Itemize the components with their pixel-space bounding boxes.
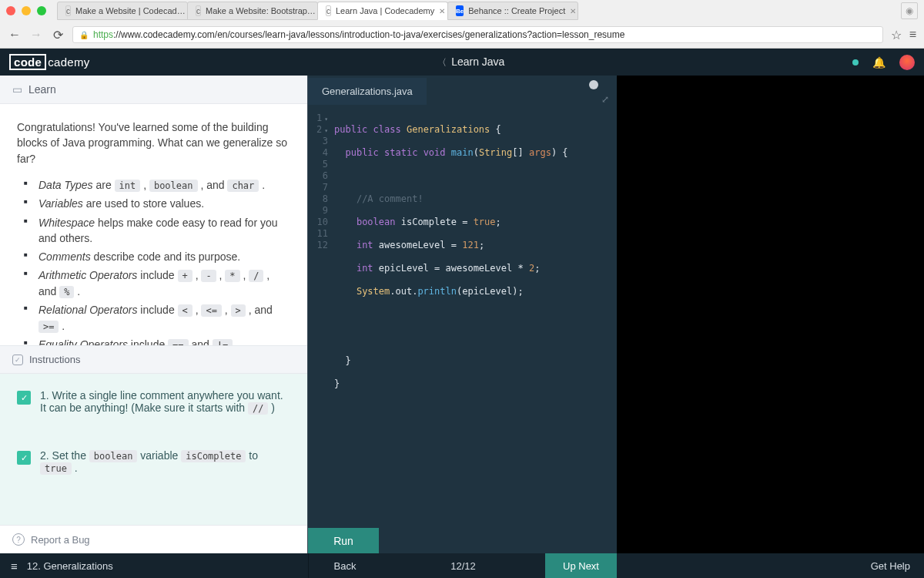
code-pill: boolean	[149, 180, 198, 192]
list-item: Relational Operators include < , <= , > …	[22, 302, 290, 334]
code-pill: boolean	[89, 450, 138, 462]
browser-chrome: c Make a Website | Codecad… ✕ c Make a W…	[0, 0, 924, 49]
file-tab[interactable]: Generalizations.java	[308, 78, 427, 105]
breadcrumb[interactable]: 〈Learn Java	[90, 55, 852, 69]
traffic-lights	[6, 6, 46, 15]
profile-icon[interactable]: ◉	[901, 2, 918, 19]
breadcrumb-label: Learn Java	[451, 55, 504, 68]
tab-label: Make a Website | Codecad…	[75, 6, 186, 15]
list-item: Variables are used to store values.	[22, 196, 290, 211]
window-maximize-icon[interactable]	[37, 6, 46, 15]
status-online-icon	[852, 59, 859, 66]
list-item: Arithmetic Operators include + , - , * ,…	[22, 267, 290, 299]
code-pill: >=	[38, 321, 59, 333]
code-pill: isComplete	[181, 450, 246, 462]
browser-tab-active[interactable]: c Learn Java | Codecademy ✕	[317, 2, 448, 20]
code-pill: >	[231, 304, 246, 317]
tab-strip: c Make a Website | Codecad… ✕ c Make a W…	[57, 2, 901, 20]
favicon-icon: Be	[456, 5, 464, 16]
expand-icon[interactable]: ⤢	[601, 94, 609, 105]
checklist-icon: ✓	[12, 355, 23, 365]
lock-icon: 🔒	[79, 31, 89, 39]
tab-label: Make a Website: Bootstrap…	[206, 6, 316, 15]
line-gutter: 1▾ 2▾ 345 678 9101112	[308, 113, 334, 528]
code-pill: +	[178, 270, 192, 282]
url-input[interactable]: 🔒 https://www.codecademy.com/en/courses/…	[72, 26, 883, 43]
report-bug-link[interactable]: ? Report a Bug	[0, 525, 307, 553]
url-path: ://www.codecademy.com/en/courses/learn-j…	[113, 29, 624, 40]
header-icons: 🔔	[852, 55, 915, 70]
learn-header[interactable]: ▭ Learn	[0, 76, 307, 104]
editor-panel: Generalizations.java ⤢ 1▾ 2▾ 345 678 910…	[308, 76, 617, 553]
left-panel: ▭ Learn Congratulations! You've learned …	[0, 76, 308, 553]
back-icon[interactable]: ←	[8, 28, 22, 42]
menu-icon[interactable]: ≡	[909, 28, 916, 42]
tab-close-icon[interactable]: ✕	[439, 7, 445, 15]
logo[interactable]: codecademy	[9, 54, 90, 70]
logo-text: cademy	[48, 55, 89, 69]
code-pill: <	[178, 304, 192, 317]
check-icon: ✓	[17, 391, 31, 405]
favicon-icon: c	[65, 5, 71, 16]
code-pill: ==	[168, 339, 188, 345]
book-icon: ▭	[12, 83, 22, 96]
question-icon: ?	[12, 533, 25, 546]
code-pill: char	[227, 180, 259, 192]
main: ▭ Learn Congratulations! You've learned …	[0, 76, 924, 553]
forward-icon: →	[29, 28, 43, 42]
code-pill: int	[115, 180, 141, 192]
window-close-icon[interactable]	[6, 6, 15, 15]
instructions-label: Instructions	[29, 354, 80, 365]
browser-tab[interactable]: Be Behance :: Create Project ✕	[447, 2, 578, 20]
code-pill: *	[225, 270, 239, 282]
instruction-item: ✓ 1. Write a single line comment anywher…	[17, 389, 290, 414]
get-help-button[interactable]: Get Help	[860, 553, 924, 578]
favicon-icon: c	[326, 5, 331, 16]
code-pill: //	[248, 402, 268, 415]
tab-close-icon[interactable]: ✕	[570, 7, 576, 15]
report-bug-label: Report a Bug	[31, 534, 90, 546]
bell-icon[interactable]: 🔔	[872, 56, 886, 69]
favicon-icon: c	[196, 5, 201, 16]
reload-icon[interactable]: ⟳	[51, 28, 65, 42]
list-item: Whitespace helps make code easy to read …	[22, 215, 290, 247]
back-button[interactable]: Back	[308, 553, 381, 578]
up-next-button[interactable]: Up Next	[545, 553, 617, 578]
bottom-bar: ≡ 12. Generalizations Back 12/12 Up Next…	[0, 553, 924, 578]
code-pill: %	[59, 286, 74, 298]
url-bar: ← → ⟳ 🔒 https://www.codecademy.com/en/co…	[0, 22, 924, 48]
code-pill: true	[40, 462, 72, 475]
code-editor[interactable]: 1▾ 2▾ 345 678 9101112 public class Gener…	[308, 106, 617, 528]
code-pill: <=	[201, 304, 221, 317]
run-button[interactable]: Run	[308, 528, 379, 553]
browser-tab[interactable]: c Make a Website | Codecad… ✕	[57, 2, 188, 20]
learn-label: Learn	[28, 83, 56, 96]
code-content[interactable]: public class Generalizations { public st…	[334, 113, 617, 528]
app-header: codecademy 〈Learn Java 🔔	[0, 49, 924, 76]
check-icon: ✓	[17, 451, 31, 465]
lesson-bullets: Data Types are int , boolean , and char …	[22, 177, 290, 345]
avatar[interactable]	[899, 55, 915, 70]
terminal-panel[interactable]	[617, 76, 924, 553]
progress-counter: 12/12	[381, 553, 545, 578]
instructions-header[interactable]: ✓ Instructions	[0, 345, 307, 374]
lesson-body: Congratulations! You've learned some of …	[0, 104, 307, 345]
instructions-list: ✓ 1. Write a single line comment anywher…	[0, 374, 307, 525]
window-minimize-icon[interactable]	[22, 6, 31, 15]
list-item: Equality Operators include == and != .	[22, 337, 290, 345]
code-pill: -	[201, 270, 216, 282]
window-controls: c Make a Website | Codecad… ✕ c Make a W…	[0, 0, 924, 22]
code-pill: /	[249, 270, 263, 282]
code-pill: !=	[213, 339, 233, 345]
run-row: Run	[308, 528, 617, 553]
url-scheme: https	[93, 29, 113, 40]
instruction-text: 1. Write a single line comment anywhere …	[40, 389, 290, 414]
hamburger-icon[interactable]: ≡	[11, 560, 18, 573]
tab-label: Learn Java | Codecademy	[336, 6, 434, 15]
tab-label: Behance :: Create Project	[468, 6, 565, 15]
bookmark-icon[interactable]: ☆	[891, 28, 902, 42]
list-item: Comments describe code and its purpose.	[22, 249, 290, 264]
lesson-indicator[interactable]: ≡ 12. Generalizations	[0, 553, 308, 578]
browser-tab[interactable]: c Make a Website: Bootstrap… ✕	[187, 2, 318, 20]
logo-boxed: code	[9, 54, 46, 70]
